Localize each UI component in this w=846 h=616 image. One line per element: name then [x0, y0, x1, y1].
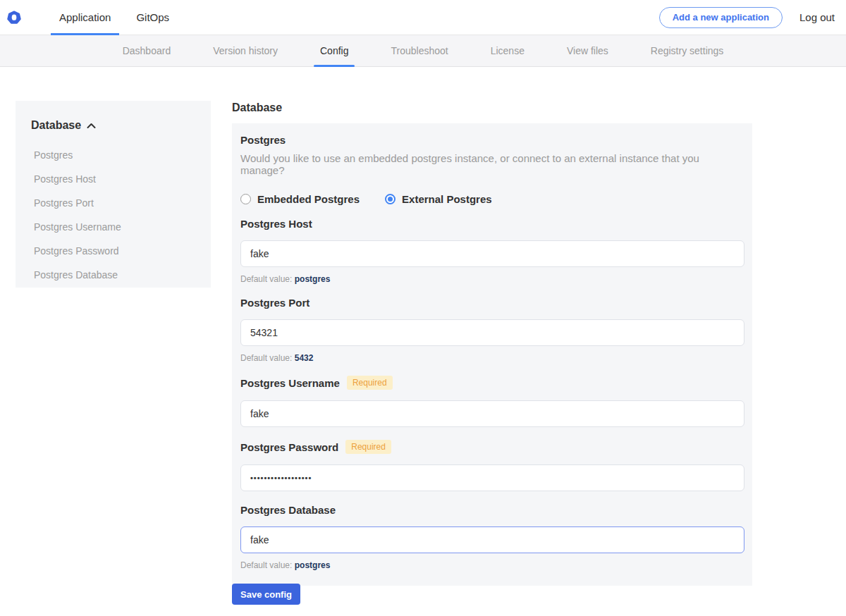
- required-badge: Required: [347, 376, 393, 390]
- field-label: Postgres Port: [240, 297, 309, 309]
- sidebar-group-title-text: Database: [31, 119, 81, 132]
- subnav-tab-config[interactable]: Config: [308, 35, 360, 66]
- top-header: Application GitOps Add a new application…: [0, 0, 846, 35]
- config-sidebar: Database Postgres Postgres Host Postgres…: [16, 101, 211, 288]
- default-value-note: Default value: 5432: [240, 353, 744, 363]
- add-new-application-button[interactable]: Add a new application: [659, 7, 783, 28]
- sidebar-item-postgres[interactable]: Postgres: [31, 143, 195, 167]
- page-title: Database: [232, 101, 282, 114]
- tab-application[interactable]: Application: [51, 0, 119, 35]
- radio-embedded-label: Embedded Postgres: [257, 193, 360, 205]
- default-value-note: Default value: postgres: [240, 274, 744, 284]
- sidebar-item-postgres-port[interactable]: Postgres Port: [31, 191, 195, 215]
- header-tabs: Application GitOps: [51, 0, 186, 35]
- field-postgres-password: Postgres Password Required: [240, 440, 744, 491]
- group-help-text: Would you like to use an embedded postgr…: [240, 152, 744, 176]
- sidebar-item-postgres-username[interactable]: Postgres Username: [31, 215, 195, 239]
- field-label: Postgres Database: [240, 504, 336, 516]
- field-label: Postgres Host: [240, 218, 312, 230]
- radio-external-label: External Postgres: [402, 193, 492, 205]
- subnav-tab-troubleshoot[interactable]: Troubleshoot: [379, 35, 460, 66]
- radio-unselected-icon: [240, 194, 251, 204]
- postgres-port-input[interactable]: [240, 319, 744, 346]
- radio-embedded-postgres[interactable]: Embedded Postgres: [240, 193, 360, 205]
- field-postgres-port: Postgres Port Default value: 5432: [240, 297, 744, 363]
- postgres-database-input[interactable]: [240, 526, 744, 553]
- logout-button[interactable]: Log out: [799, 11, 835, 23]
- subnav-tab-version-history[interactable]: Version history: [201, 35, 290, 66]
- sidebar-item-postgres-host[interactable]: Postgres Host: [31, 167, 195, 191]
- postgres-radio-group: Embedded Postgres External Postgres: [240, 193, 744, 205]
- app-subnav: Dashboard Version history Config Trouble…: [0, 35, 846, 67]
- postgres-username-input[interactable]: [240, 400, 744, 427]
- radio-selected-icon: [385, 194, 396, 204]
- app-logo-icon[interactable]: [7, 11, 21, 25]
- required-badge: Required: [345, 440, 391, 454]
- subnav-tab-license[interactable]: License: [479, 35, 537, 66]
- config-group-panel: Postgres Would you like to use an embedd…: [232, 123, 752, 586]
- chevron-up-icon: [87, 123, 96, 129]
- postgres-password-input[interactable]: [240, 464, 744, 491]
- field-label: Postgres Password: [240, 441, 338, 453]
- subnav-tab-registry-settings[interactable]: Registry settings: [639, 35, 735, 66]
- header-right: Add a new application Log out: [659, 7, 835, 28]
- tab-gitops[interactable]: GitOps: [128, 0, 178, 35]
- save-config-button[interactable]: Save config: [232, 584, 300, 605]
- sidebar-item-postgres-password[interactable]: Postgres Password: [31, 239, 195, 263]
- field-postgres-host: Postgres Host Default value: postgres: [240, 218, 744, 284]
- default-value-note: Default value: postgres: [240, 560, 744, 570]
- field-postgres-username: Postgres Username Required: [240, 376, 744, 427]
- sidebar-item-postgres-database[interactable]: Postgres Database: [31, 263, 195, 287]
- postgres-host-input[interactable]: [240, 240, 744, 267]
- sidebar-group-database[interactable]: Database: [31, 119, 195, 132]
- field-postgres-database: Postgres Database Default value: postgre…: [240, 504, 744, 570]
- radio-external-postgres[interactable]: External Postgres: [385, 193, 492, 205]
- group-label-postgres: Postgres: [240, 134, 744, 146]
- subnav-tab-view-files[interactable]: View files: [555, 35, 620, 66]
- field-label: Postgres Username: [240, 377, 340, 389]
- sidebar-item-list: Postgres Postgres Host Postgres Port Pos…: [31, 143, 195, 287]
- subnav-tab-dashboard[interactable]: Dashboard: [111, 35, 183, 66]
